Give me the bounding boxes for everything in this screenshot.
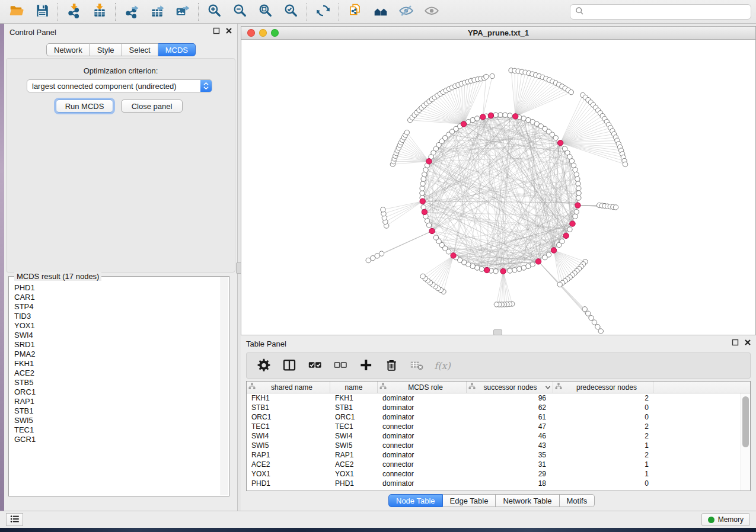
cell-shared-name[interactable]: RAP1 (247, 451, 330, 459)
cell-shared-name[interactable]: ORC1 (247, 413, 330, 421)
cell-name[interactable]: ACE2 (330, 460, 378, 469)
mcds-result-item[interactable]: SWI4 (14, 331, 221, 340)
table-row[interactable]: ORC1ORC1dominator610 (247, 412, 750, 422)
graph-hub-node[interactable] (513, 114, 518, 119)
search-input[interactable] (588, 7, 746, 17)
graph-node[interactable] (576, 196, 581, 200)
column-header-MCDS-role[interactable]: MCDS role (378, 382, 467, 393)
close-table-panel-button[interactable] (744, 339, 751, 347)
cell-successor-nodes[interactable]: 61 (467, 413, 553, 421)
graph-node[interactable] (493, 269, 498, 274)
float-panel-button[interactable] (212, 28, 220, 36)
graph-node[interactable] (494, 302, 499, 307)
cell-predecessor-nodes[interactable]: 0 (553, 413, 653, 421)
graph-node[interactable] (623, 162, 627, 166)
graph-node[interactable] (573, 168, 578, 172)
graph-hub-node[interactable] (429, 228, 435, 233)
mcds-result-list[interactable]: PHD1CAR1STP4TID3YOX1SWI4SRD1PMA2FKH1ACE2… (9, 277, 221, 495)
export-network-button[interactable] (119, 2, 144, 22)
graph-node[interactable] (498, 113, 503, 117)
graph-hub-node[interactable] (488, 113, 493, 118)
graph-node[interactable] (381, 207, 385, 212)
criterion-select[interactable]: largest connected component (undirected) (27, 79, 212, 92)
cell-name[interactable]: ORC1 (330, 413, 378, 421)
cell-name[interactable]: SWI5 (330, 441, 378, 450)
cell-MCDS-role[interactable]: dominator (378, 451, 467, 459)
show-columns-button[interactable] (282, 358, 297, 373)
cell-shared-name[interactable]: TEC1 (247, 422, 330, 431)
mcds-result-item[interactable]: SRD1 (14, 340, 221, 350)
graph-hub-node[interactable] (563, 233, 569, 238)
column-header-successor-nodes[interactable]: successor nodes (467, 382, 553, 393)
create-column-button[interactable] (358, 358, 374, 373)
graph-node[interactable] (420, 191, 425, 196)
graph-node[interactable] (421, 177, 426, 181)
graph-node[interactable] (521, 265, 526, 270)
tab-motifs[interactable]: Motifs (560, 494, 595, 507)
graph-node[interactable] (557, 282, 562, 287)
graph-hub-node[interactable] (500, 268, 506, 274)
table-mode-button[interactable] (256, 358, 272, 373)
graph-node[interactable] (421, 205, 426, 210)
tab-style[interactable]: Style (90, 43, 122, 56)
graph-node[interactable] (508, 268, 512, 273)
cell-MCDS-role[interactable]: dominator (378, 394, 467, 402)
table-row[interactable]: SWI5SWI5connector431 (247, 441, 750, 450)
graph-node[interactable] (484, 74, 489, 79)
graph-node[interactable] (589, 316, 594, 321)
cell-name[interactable]: STB1 (330, 403, 378, 412)
zoom-in-button[interactable] (202, 2, 227, 22)
graph-hub-node[interactable] (535, 259, 541, 264)
cell-name[interactable]: YOX1 (330, 470, 378, 478)
cell-successor-nodes[interactable]: 62 (467, 403, 553, 412)
memory-button[interactable]: Memory (701, 513, 750, 526)
cell-shared-name[interactable]: STB1 (247, 403, 330, 412)
graph-node[interactable] (576, 181, 580, 186)
graph-node[interactable] (516, 267, 521, 271)
mcds-result-item[interactable]: YOX1 (14, 321, 221, 331)
cell-MCDS-role[interactable]: connector (378, 441, 467, 450)
table-row[interactable]: YOX1YOX1connector291 (247, 469, 750, 479)
cell-successor-nodes[interactable]: 47 (467, 422, 553, 431)
table-row[interactable]: ACE2ACE2connector311 (247, 460, 750, 469)
graph-hub-node[interactable] (422, 209, 427, 214)
graph-node[interactable] (493, 113, 498, 117)
graph-node[interactable] (553, 136, 558, 140)
cell-predecessor-nodes[interactable]: 0 (553, 403, 653, 412)
graph-node[interactable] (512, 268, 517, 273)
first-neighbors-button[interactable] (368, 2, 393, 22)
cell-MCDS-role[interactable]: connector (378, 422, 467, 431)
table-row[interactable]: SWI4SWI4dominator462 (247, 431, 750, 441)
export-image-button[interactable] (170, 2, 195, 22)
cell-successor-nodes[interactable]: 18 (467, 479, 553, 488)
search-box[interactable] (570, 4, 751, 20)
graph-node[interactable] (503, 113, 508, 117)
table-scrollbar-thumb[interactable] (742, 396, 749, 447)
mcds-result-item[interactable]: GCR1 (14, 435, 221, 444)
graph-hub-node[interactable] (420, 198, 425, 204)
cell-predecessor-nodes[interactable]: 1 (553, 460, 653, 469)
cell-predecessor-nodes[interactable]: 2 (553, 422, 653, 431)
cell-shared-name[interactable]: SWI4 (247, 432, 330, 440)
cell-MCDS-role[interactable]: dominator (378, 432, 467, 440)
select-all-button[interactable] (307, 358, 323, 373)
tab-network[interactable]: Network (46, 43, 90, 56)
panel-list-button[interactable] (6, 513, 23, 526)
graph-hub-node[interactable] (575, 203, 580, 208)
cell-predecessor-nodes[interactable]: 2 (553, 394, 653, 402)
tab-mcds[interactable]: MCDS (158, 43, 196, 56)
graph-node[interactable] (420, 274, 425, 278)
cell-successor-nodes[interactable]: 31 (467, 460, 553, 469)
graph-hub-node[interactable] (451, 253, 456, 258)
graph-node[interactable] (598, 329, 603, 334)
graph-node[interactable] (595, 324, 600, 329)
cell-name[interactable]: TEC1 (330, 422, 378, 431)
column-header-name[interactable]: name (330, 382, 378, 393)
cell-successor-nodes[interactable]: 46 (467, 432, 553, 440)
graph-node[interactable] (574, 172, 579, 177)
graph-node[interactable] (422, 172, 427, 177)
mcds-result-item[interactable]: PMA2 (14, 350, 221, 359)
mcds-result-item[interactable]: TID3 (14, 312, 221, 321)
graph-node[interactable] (573, 214, 578, 219)
tab-select[interactable]: Select (122, 43, 158, 56)
